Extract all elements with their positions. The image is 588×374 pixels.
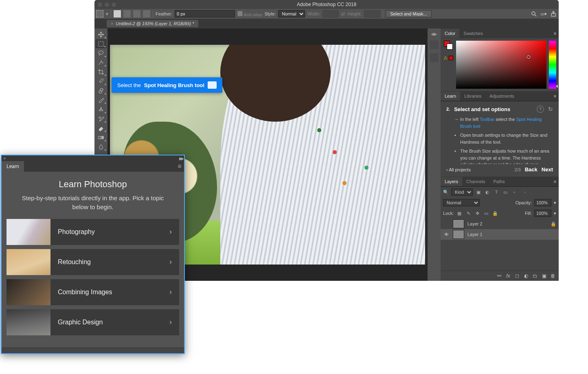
- dropdown-caret-icon[interactable]: ▾: [106, 11, 108, 17]
- toolbar-link[interactable]: Toolbar: [480, 117, 494, 122]
- layer-filter-kind[interactable]: Kind: [451, 188, 473, 196]
- style-select[interactable]: Normal: [278, 10, 305, 17]
- layer-thumbnail[interactable]: [453, 219, 464, 228]
- new-layer-icon[interactable]: ▣: [541, 273, 547, 279]
- tab-color[interactable]: Color: [441, 29, 459, 38]
- fx-icon[interactable]: fx: [505, 273, 511, 279]
- brush-tool[interactable]: [96, 96, 106, 104]
- dropdown-caret-icon[interactable]: ▾: [554, 200, 556, 206]
- select-and-mask-button[interactable]: Select and Mask...: [386, 10, 432, 17]
- layer-row[interactable]: 👁 Layer 1: [441, 229, 559, 240]
- expand-dock-icon[interactable]: ◀▶: [431, 32, 437, 36]
- filter-adjust-icon[interactable]: ◐: [484, 189, 491, 195]
- panel-menu-icon[interactable]: ≡: [551, 92, 559, 100]
- blur-tool[interactable]: [96, 142, 106, 151]
- clone-stamp-tool[interactable]: [96, 105, 106, 114]
- mask-icon[interactable]: ◻: [514, 273, 520, 279]
- eyedropper-tool[interactable]: [96, 77, 106, 85]
- filter-shape-icon[interactable]: ▭: [502, 189, 509, 195]
- tab-swatches[interactable]: Swatches: [459, 29, 487, 38]
- eraser-tool[interactable]: [96, 124, 106, 132]
- learn-topic-combining[interactable]: Combining Images›: [7, 279, 179, 305]
- next-button[interactable]: Next: [542, 166, 553, 173]
- reset-icon[interactable]: ↻: [548, 106, 553, 112]
- opacity-input[interactable]: [534, 199, 551, 206]
- spot-heal-tool[interactable]: [96, 86, 106, 95]
- search-icon[interactable]: [530, 10, 538, 17]
- hue-slider[interactable]: [549, 41, 556, 89]
- trash-icon[interactable]: 🗑: [550, 273, 556, 279]
- properties-panel-icon[interactable]: [430, 53, 439, 62]
- tab-layers[interactable]: Layers: [441, 177, 462, 186]
- fill-input[interactable]: [534, 210, 551, 217]
- tab-learn[interactable]: Learn: [441, 92, 460, 101]
- tab-learn[interactable]: Learn: [2, 161, 24, 172]
- quick-select-tool[interactable]: [96, 58, 106, 67]
- paint-splotch: [342, 181, 347, 185]
- workspace-icon[interactable]: ▭▾: [540, 10, 547, 17]
- lock-icon[interactable]: 🔒: [551, 221, 556, 227]
- document-tab[interactable]: × Untitled-2 @ 193% (Layer 1, RGB/8#) *: [107, 20, 198, 27]
- move-tool[interactable]: [96, 30, 106, 39]
- learn-topic-photography[interactable]: Photography›: [7, 219, 179, 245]
- history-brush-tool[interactable]: [96, 114, 106, 123]
- crop-tool[interactable]: [96, 68, 106, 76]
- panel-menu-icon[interactable]: ≡: [551, 30, 559, 37]
- all-projects-link[interactable]: All projects: [446, 167, 471, 172]
- tool-preset-icon[interactable]: [96, 10, 103, 17]
- gradient-tool[interactable]: [96, 133, 106, 142]
- close-window-icon[interactable]: [98, 2, 102, 7]
- feather-input[interactable]: [175, 10, 235, 17]
- layer-name[interactable]: Layer 1: [467, 232, 483, 237]
- link-layers-icon[interactable]: ⚯: [496, 273, 502, 279]
- close-icon[interactable]: ×: [3, 156, 6, 161]
- step-title: Select and set options: [454, 106, 533, 112]
- help-icon[interactable]: ?: [537, 105, 544, 113]
- minimize-window-icon[interactable]: [105, 2, 109, 7]
- gamut-warning[interactable]: ⚠: [443, 55, 453, 61]
- collapse-icon[interactable]: ▶▶: [179, 156, 182, 161]
- learn-topic-retouching[interactable]: Retouching›: [7, 249, 179, 275]
- tab-adjustments[interactable]: Adjustments: [485, 92, 518, 101]
- new-selection-icon[interactable]: [114, 10, 121, 17]
- group-icon[interactable]: 🗀: [532, 273, 538, 279]
- learn-nav: All projects 2/3 Back Next: [441, 164, 559, 177]
- filter-type-icon[interactable]: T: [493, 189, 500, 195]
- blend-mode-select[interactable]: Normal: [443, 199, 480, 206]
- dropdown-caret-icon[interactable]: ▾: [554, 211, 556, 216]
- color-field[interactable]: [456, 41, 546, 89]
- lock-artboard-icon[interactable]: ▭: [483, 210, 489, 217]
- back-button[interactable]: Back: [525, 166, 538, 173]
- add-selection-icon[interactable]: [123, 10, 131, 17]
- zoom-window-icon[interactable]: [112, 2, 116, 7]
- style-label: Style:: [265, 11, 276, 16]
- share-icon[interactable]: [550, 10, 557, 17]
- lock-pixels-icon[interactable]: ▦: [456, 210, 463, 217]
- panel-menu-icon[interactable]: ≡: [551, 178, 559, 185]
- popout-resize-bar[interactable]: [2, 348, 184, 353]
- lasso-tool[interactable]: [96, 49, 106, 57]
- history-panel-icon[interactable]: [430, 40, 439, 49]
- intersect-selection-icon[interactable]: [143, 10, 150, 17]
- learn-topic-graphic-design[interactable]: Graphic Design›: [7, 309, 179, 335]
- filter-toggle-icon[interactable]: ◦: [522, 189, 528, 195]
- marquee-tool[interactable]: [96, 39, 106, 48]
- panel-menu-icon[interactable]: ≡: [175, 162, 184, 171]
- tab-channels[interactable]: Channels: [462, 177, 489, 186]
- layer-name[interactable]: Layer 2: [467, 221, 483, 226]
- tab-libraries[interactable]: Libraries: [460, 92, 485, 101]
- tab-paths[interactable]: Paths: [489, 177, 509, 186]
- svg-rect-8: [99, 136, 103, 139]
- lock-position-icon[interactable]: ✥: [474, 210, 480, 217]
- subtract-selection-icon[interactable]: [133, 10, 140, 17]
- layer-row[interactable]: Layer 2 🔒: [441, 219, 559, 229]
- layer-thumbnail[interactable]: [453, 230, 464, 239]
- lock-paint-icon[interactable]: ✎: [465, 210, 472, 217]
- close-tab-icon[interactable]: ×: [111, 21, 113, 26]
- lock-all-icon[interactable]: 🔒: [492, 210, 498, 217]
- filter-smart-icon[interactable]: ▫: [511, 189, 518, 195]
- adjustment-icon[interactable]: ◐: [523, 273, 529, 279]
- visibility-icon[interactable]: 👁: [443, 232, 450, 237]
- fg-bg-swatch[interactable]: [444, 41, 453, 50]
- filter-image-icon[interactable]: ▣: [475, 189, 482, 195]
